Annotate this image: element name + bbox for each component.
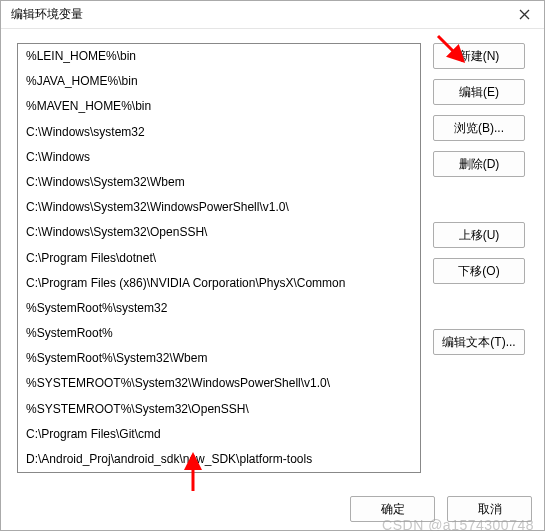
ok-button[interactable]: 确定 bbox=[350, 496, 435, 522]
dialog-body: %LEIN_HOME%\bin%JAVA_HOME%\bin%MAVEN_HOM… bbox=[1, 29, 544, 482]
cancel-button[interactable]: 取消 bbox=[447, 496, 532, 522]
list-item[interactable]: C:\Windows\System32\OpenSSH\ bbox=[18, 220, 420, 245]
list-item[interactable]: %SystemRoot% bbox=[18, 321, 420, 346]
close-icon[interactable] bbox=[512, 3, 536, 27]
edit-text-button[interactable]: 编辑文本(T)... bbox=[433, 329, 525, 355]
titlebar: 编辑环境变量 bbox=[1, 1, 544, 29]
dialog-footer: 确定 取消 bbox=[350, 496, 532, 522]
list-item[interactable]: C:\Program Files\Git\cmd bbox=[18, 422, 420, 447]
list-item[interactable]: C:\Windows bbox=[18, 145, 420, 170]
delete-button[interactable]: 删除(D) bbox=[433, 151, 525, 177]
path-list[interactable]: %LEIN_HOME%\bin%JAVA_HOME%\bin%MAVEN_HOM… bbox=[17, 43, 421, 473]
list-item[interactable]: C:\Windows\System32\Wbem bbox=[18, 170, 420, 195]
list-item[interactable]: C:\Windows\System32\WindowsPowerShell\v1… bbox=[18, 195, 420, 220]
list-item[interactable]: C:\Program Files\dotnet\ bbox=[18, 246, 420, 271]
list-item[interactable]: %SystemRoot%\system32 bbox=[18, 296, 420, 321]
side-button-column: 新建(N) 编辑(E) 浏览(B)... 删除(D) 上移(U) 下移(O) 编… bbox=[433, 43, 525, 474]
list-item[interactable]: C:\Windows\system32 bbox=[18, 120, 420, 145]
env-var-dialog: 编辑环境变量 %LEIN_HOME%\bin%JAVA_HOME%\bin%MA… bbox=[0, 0, 545, 531]
list-item[interactable]: %SYSTEMROOT%\System32\OpenSSH\ bbox=[18, 397, 420, 422]
list-item[interactable]: %SYSTEMROOT%\System32\WindowsPowerShell\… bbox=[18, 371, 420, 396]
list-item[interactable]: D:\Android_Proj\android_sdk\new_SDK\plat… bbox=[18, 447, 420, 472]
new-button[interactable]: 新建(N) bbox=[433, 43, 525, 69]
list-item[interactable]: %MAVEN_HOME%\bin bbox=[18, 94, 420, 119]
list-item[interactable]: %LEIN_HOME%\bin bbox=[18, 44, 420, 69]
move-up-button[interactable]: 上移(U) bbox=[433, 222, 525, 248]
list-item[interactable]: %JAVA_HOME%\bin bbox=[18, 69, 420, 94]
list-item[interactable]: C:\Program Files (x86)\NVIDIA Corporatio… bbox=[18, 271, 420, 296]
list-item[interactable]: E:\51\KEILC51\C51\BIN bbox=[18, 472, 420, 473]
move-down-button[interactable]: 下移(O) bbox=[433, 258, 525, 284]
browse-button[interactable]: 浏览(B)... bbox=[433, 115, 525, 141]
edit-button[interactable]: 编辑(E) bbox=[433, 79, 525, 105]
list-item[interactable]: %SystemRoot%\System32\Wbem bbox=[18, 346, 420, 371]
dialog-title: 编辑环境变量 bbox=[11, 6, 83, 23]
